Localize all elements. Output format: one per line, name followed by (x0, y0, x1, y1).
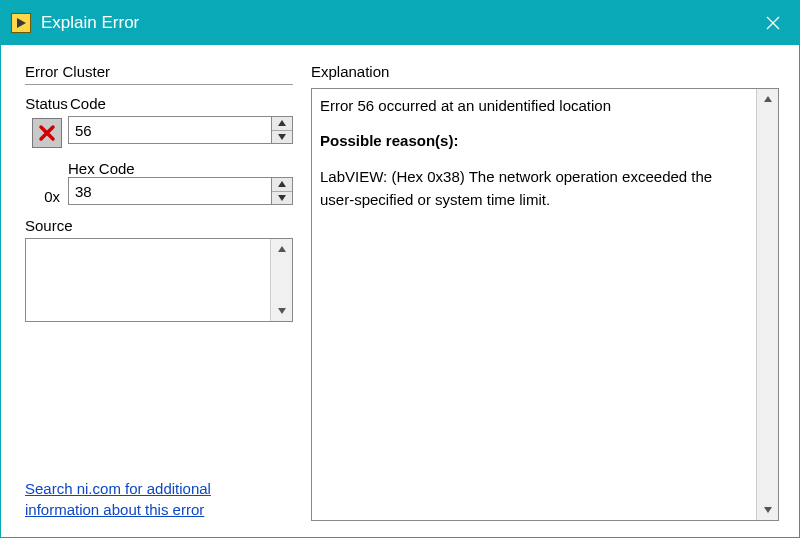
close-icon (766, 16, 780, 30)
code-input[interactable] (68, 116, 271, 144)
status-indicator[interactable] (32, 118, 62, 148)
app-icon (11, 13, 31, 33)
code-label: Code (70, 95, 293, 112)
source-scrollbar[interactable] (270, 239, 292, 321)
hex-input[interactable] (68, 177, 271, 205)
source-textarea[interactable] (26, 239, 270, 321)
hex-decrement[interactable] (272, 192, 292, 205)
svg-marker-0 (17, 18, 26, 28)
svg-marker-9 (278, 246, 286, 252)
scroll-down-icon[interactable] (271, 301, 292, 321)
error-cluster-label: Error Cluster (25, 63, 293, 80)
possible-reasons-header: Possible reason(s): (320, 130, 746, 153)
close-button[interactable] (747, 1, 799, 45)
svg-marker-6 (278, 134, 286, 140)
svg-marker-11 (764, 96, 772, 102)
reason-text: LabVIEW: (Hex 0x38) The network operatio… (320, 166, 746, 211)
svg-marker-5 (278, 120, 286, 126)
scroll-up-icon[interactable] (757, 89, 778, 109)
code-increment[interactable] (272, 117, 292, 131)
code-spinner[interactable] (68, 116, 293, 144)
scroll-down-icon[interactable] (757, 500, 778, 520)
svg-marker-12 (764, 507, 772, 513)
svg-marker-10 (278, 308, 286, 314)
explanation-text: Error 56 occurred at an unidentified loc… (312, 89, 756, 520)
explanation-label: Explanation (311, 63, 779, 80)
source-label: Source (25, 217, 293, 234)
hex-prefix: 0x (44, 188, 60, 205)
window-title: Explain Error (41, 13, 139, 33)
search-ni-link[interactable]: Search ni.com for additional information… (25, 478, 260, 522)
hex-increment[interactable] (272, 178, 292, 192)
hex-label: Hex Code (68, 160, 293, 177)
error-occurred-line: Error 56 occurred at an unidentified loc… (320, 95, 746, 118)
svg-marker-7 (278, 181, 286, 187)
error-x-icon (38, 124, 56, 142)
svg-marker-8 (278, 195, 286, 201)
explanation-scrollbar[interactable] (756, 89, 778, 520)
status-label: Status (25, 95, 68, 112)
titlebar: Explain Error (1, 1, 799, 45)
code-decrement[interactable] (272, 131, 292, 144)
scroll-up-icon[interactable] (271, 239, 292, 259)
hex-spinner[interactable] (68, 177, 293, 205)
